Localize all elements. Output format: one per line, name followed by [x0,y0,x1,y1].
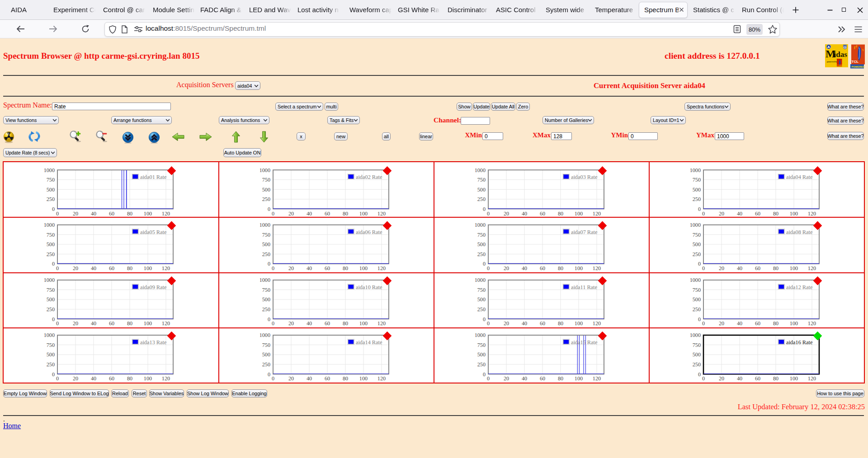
svg-text:120: 120 [808,320,816,327]
svg-text:20: 20 [288,320,294,327]
svg-text:500: 500 [693,296,701,303]
svg-text:40: 40 [737,320,742,327]
svg-text:aida02 Rate: aida02 Rate [356,174,382,180]
svg-text:1000: 1000 [259,167,270,173]
svg-text:40: 40 [307,265,312,271]
svg-text:1000: 1000 [689,277,700,283]
svg-text:20: 20 [504,320,509,327]
svg-text:60: 60 [755,320,760,327]
svg-text:80: 80 [343,320,348,327]
svg-text:20: 20 [73,210,78,216]
svg-text:60: 60 [540,210,545,216]
svg-text:1000: 1000 [44,277,55,283]
svg-text:100: 100 [144,210,152,216]
svg-text:60: 60 [755,210,760,216]
svg-text:POWERED: POWERED [851,65,864,68]
svg-text:80: 80 [773,210,778,216]
svg-text:750: 750 [47,232,55,238]
svg-text:1000: 1000 [259,277,270,283]
svg-text:aida04 Rate: aida04 Rate [786,174,813,180]
svg-text:20: 20 [288,375,294,382]
svg-text:750: 750 [477,177,486,183]
svg-text:250: 250 [693,196,701,202]
svg-text:60: 60 [325,320,330,327]
svg-text:80: 80 [343,375,348,382]
svg-text:100: 100 [144,265,152,271]
svg-text:aida12 Rate: aida12 Rate [786,284,813,290]
svg-text:500: 500 [262,351,270,358]
svg-text:500: 500 [47,351,55,358]
svg-text:750: 750 [693,232,701,238]
svg-text:0: 0 [268,206,270,212]
svg-text:750: 750 [262,232,270,238]
svg-text:60: 60 [755,265,760,271]
svg-text:250: 250 [47,306,55,313]
svg-text:60: 60 [325,375,330,382]
svg-text:250: 250 [693,306,701,313]
svg-text:120: 120 [377,265,386,271]
svg-text:0: 0 [702,210,705,216]
svg-text:120: 120 [593,210,601,216]
svg-text:60: 60 [325,265,330,271]
svg-text:750: 750 [477,287,486,293]
svg-text:40: 40 [307,375,312,382]
svg-text:20: 20 [504,265,509,271]
svg-text:100: 100 [575,320,583,327]
svg-text:250: 250 [47,361,55,368]
svg-text:idas: idas [834,50,848,59]
svg-text:750: 750 [693,177,701,183]
svg-text:80: 80 [558,320,563,327]
svg-text:60: 60 [540,265,545,271]
svg-text:120: 120 [593,265,601,271]
svg-text:0: 0 [272,320,274,327]
svg-text:aida11 Rate: aida11 Rate [571,284,597,290]
svg-text:120: 120 [593,320,601,327]
svg-text:1000: 1000 [474,332,485,338]
svg-text:40: 40 [522,265,527,271]
svg-text:0: 0 [52,206,55,212]
svg-text:0: 0 [702,375,705,382]
svg-text:aida09 Rate: aida09 Rate [140,284,167,290]
svg-text:1000: 1000 [474,277,485,283]
svg-text:60: 60 [540,375,545,382]
svg-text:20: 20 [719,320,724,327]
svg-text:0: 0 [52,261,55,267]
svg-text:20: 20 [504,210,509,216]
svg-text:120: 120 [162,320,170,327]
svg-text:powered by: powered by [827,61,838,63]
svg-text:aida07 Rate: aida07 Rate [571,229,598,235]
svg-text:120: 120 [377,320,386,327]
svg-text:60: 60 [325,210,330,216]
svg-text:80: 80 [558,265,563,271]
svg-text:500: 500 [47,241,55,248]
svg-text:250: 250 [693,251,701,257]
svg-text:100: 100 [359,375,368,382]
svg-text:0: 0 [56,210,59,216]
svg-text:500: 500 [693,351,701,358]
svg-text:40: 40 [307,210,312,216]
svg-text:750: 750 [262,342,270,348]
svg-text:100: 100 [359,265,368,271]
svg-text:100: 100 [575,265,583,271]
svg-text:20: 20 [73,265,78,271]
svg-text:120: 120 [593,375,601,382]
svg-text:500: 500 [693,241,701,248]
svg-text:0: 0 [702,265,705,271]
svg-text:0: 0 [483,371,486,378]
svg-text:100: 100 [790,320,798,327]
svg-text:750: 750 [262,287,270,293]
svg-text:1000: 1000 [44,222,55,228]
svg-text:0: 0 [52,371,55,378]
svg-text:750: 750 [262,177,270,183]
svg-text:1000: 1000 [44,167,55,173]
svg-text:120: 120 [162,210,170,216]
svg-text:250: 250 [47,251,55,257]
svg-text:500: 500 [47,187,55,193]
svg-text:aida14 Rate: aida14 Rate [356,339,382,346]
svg-text:0: 0 [272,265,274,271]
svg-text:750: 750 [477,342,486,348]
svg-text:0: 0 [698,261,701,267]
svg-text:POWER: POWER [837,65,843,66]
svg-text:500: 500 [477,296,486,303]
svg-text:250: 250 [262,306,270,313]
